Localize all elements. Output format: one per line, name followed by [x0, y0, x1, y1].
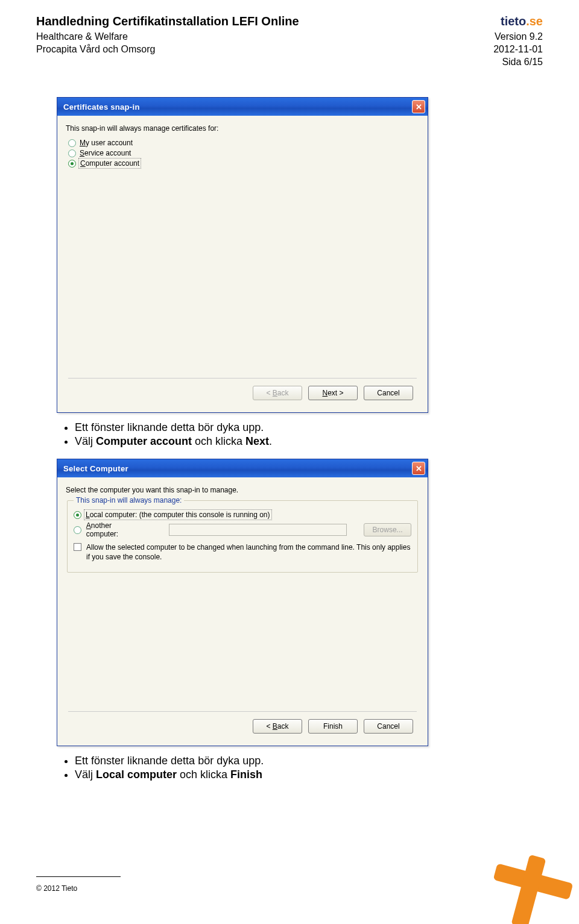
- header-right: Version 9.2 2012-11-01 Sida 6/15: [493, 31, 543, 68]
- radio-icon: [74, 526, 81, 534]
- browse-button: Browse...: [364, 523, 411, 536]
- bullet-item: Välj Local computer och klicka Finish: [75, 768, 543, 781]
- radio-service-account[interactable]: Service account: [68, 149, 419, 157]
- checkbox-icon: [74, 543, 81, 551]
- radio-group: My user account Service account Computer…: [68, 139, 419, 168]
- computer-name-field: [169, 524, 347, 536]
- bullet-item: Ett fönster liknande detta bör dyka upp.: [75, 755, 543, 767]
- footer-rule: [36, 876, 121, 877]
- bullet-item: Ett fönster liknande detta bör dyka upp.: [75, 421, 543, 434]
- back-button[interactable]: < Back: [253, 719, 302, 734]
- instructions-1: Ett fönster liknande detta bör dyka upp.…: [75, 421, 543, 448]
- logo: tieto.se: [501, 14, 543, 28]
- radio-icon: [68, 139, 76, 147]
- instructions-2: Ett fönster liknande detta bör dyka upp.…: [75, 755, 543, 781]
- titlebar: Certificates snap-in ✕: [57, 98, 428, 116]
- cancel-button[interactable]: Cancel: [364, 719, 413, 734]
- doc-title: Handledning Certifikatinstallation LEFI …: [36, 14, 299, 28]
- radio-another-computer[interactable]: Another computer: Browse...: [74, 521, 411, 538]
- certificates-snapin-dialog: Certificates snap-in ✕ This snap-in will…: [57, 97, 428, 413]
- header-left: Healthcare & Welfare Procapita Vård och …: [36, 31, 155, 68]
- close-icon[interactable]: ✕: [412, 462, 425, 475]
- select-computer-dialog: Select Computer ✕ Select the computer yo…: [57, 459, 428, 746]
- button-row: < Back Finish Cancel: [66, 715, 419, 740]
- radio-icon: [68, 149, 76, 157]
- titlebar: Select Computer ✕: [57, 459, 428, 477]
- back-button: < Back: [253, 386, 302, 400]
- radio-local-computer[interactable]: Local computer: (the computer this conso…: [74, 511, 411, 519]
- footer-copyright: © 2012 Tieto: [36, 884, 77, 893]
- cancel-button[interactable]: Cancel: [364, 386, 413, 400]
- group-box: This snap-in will always manage: Local c…: [67, 500, 418, 572]
- tieto-logo-icon: [476, 840, 579, 924]
- bullet-item: Välj Computer account och klicka Next.: [75, 435, 543, 448]
- close-icon[interactable]: ✕: [412, 100, 425, 113]
- allow-change-checkbox-row[interactable]: Allow the selected computer to be change…: [74, 543, 411, 562]
- radio-icon: [74, 511, 81, 519]
- radio-computer-account[interactable]: Computer account: [68, 159, 419, 168]
- radio-icon: [68, 160, 76, 168]
- button-row: < Back Next > Cancel: [66, 382, 419, 406]
- finish-button[interactable]: Finish: [308, 719, 358, 734]
- radio-my-user-account[interactable]: My user account: [68, 139, 419, 147]
- select-desc: Select the computer you want this snap-i…: [66, 486, 419, 494]
- next-button[interactable]: Next >: [308, 386, 358, 400]
- snapin-desc: This snap-in will always manage certific…: [66, 124, 419, 133]
